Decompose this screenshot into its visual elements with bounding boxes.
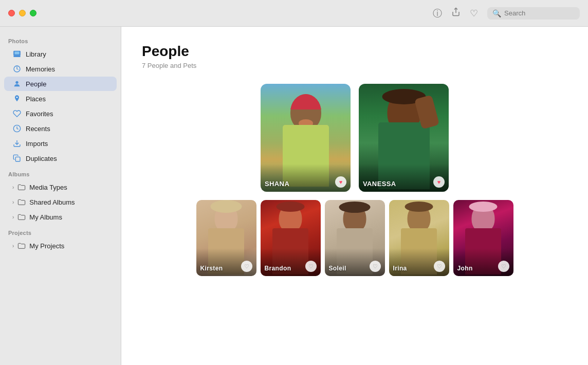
folder-icon (17, 182, 26, 192)
people-grid-large: SHANA ♥ VANESSA ♥ (142, 84, 567, 192)
sidebar-item-places[interactable]: Places (4, 92, 117, 106)
app-body: Photos Library Memories (0, 27, 588, 365)
person-name-bar-brandon: Brandon ♡ (261, 248, 321, 276)
heart-icon[interactable]: ♡ (470, 8, 478, 19)
person-card-john[interactable]: John ♡ (453, 200, 513, 276)
person-name-irina: Irina (393, 265, 407, 272)
my-albums-folder-icon (17, 212, 26, 222)
svg-point-6 (15, 81, 18, 84)
sidebar-item-favorites[interactable]: Favorites (4, 106, 117, 121)
traffic-lights (8, 10, 36, 16)
duplicates-label: Duplicates (26, 155, 108, 162)
person-name-bar-soleil: Soleil ♡ (325, 248, 385, 276)
person-card-soleil[interactable]: Soleil ♡ (325, 200, 385, 276)
sidebar-item-people[interactable]: People (4, 77, 117, 91)
person-name-shana: SHANA (265, 180, 289, 188)
share-icon[interactable] (451, 7, 461, 19)
svg-rect-10 (15, 157, 20, 161)
heart-button-soleil[interactable]: ♡ (370, 261, 381, 272)
person-name-bar-kirsten: Kirsten ♡ (196, 248, 256, 276)
my-projects-folder-icon (17, 241, 26, 250)
library-icon (12, 49, 22, 59)
heart-button-vanessa[interactable]: ♥ (433, 176, 445, 188)
library-label: Library (26, 50, 108, 58)
sidebar-item-imports[interactable]: Imports (4, 136, 117, 151)
memories-icon (12, 64, 22, 74)
minimize-button[interactable] (19, 10, 26, 16)
favorites-label: Favorites (26, 110, 108, 118)
heart-button-irina[interactable]: ♡ (434, 261, 445, 272)
sidebar-item-library[interactable]: Library (4, 47, 117, 61)
shared-albums-label: Shared Albums (29, 198, 108, 206)
places-icon (12, 94, 22, 103)
people-icon (12, 79, 22, 88)
sidebar-item-my-projects[interactable]: › My Projects (4, 239, 117, 253)
svg-point-7 (16, 97, 18, 98)
person-name-kirsten: Kirsten (200, 265, 223, 272)
chevron-icon: › (12, 199, 14, 205)
imports-icon (12, 139, 22, 148)
heart-button-kirsten[interactable]: ♡ (241, 261, 252, 272)
svg-rect-3 (14, 51, 19, 54)
person-card-shana[interactable]: SHANA ♥ (261, 84, 351, 192)
shared-folder-icon (17, 197, 26, 207)
search-input[interactable] (504, 9, 576, 17)
sidebar-item-shared-albums[interactable]: › Shared Albums (4, 195, 117, 209)
person-card-irina[interactable]: Irina ♡ (389, 200, 449, 276)
heart-button-shana[interactable]: ♥ (335, 176, 346, 188)
people-grid-small: Kirsten ♡ Brandon ♡ (142, 200, 567, 276)
sidebar-item-memories[interactable]: Memories (4, 62, 117, 76)
search-bar[interactable]: 🔍 (487, 7, 580, 20)
sidebar-item-duplicates[interactable]: Duplicates (4, 151, 117, 166)
person-name-john: John (457, 265, 473, 272)
recents-icon (12, 124, 22, 133)
person-name-bar-shana: SHANA ♥ (261, 164, 351, 192)
memories-label: Memories (26, 65, 108, 73)
svg-rect-4 (13, 56, 20, 57)
media-types-label: Media Types (29, 184, 108, 191)
heart-button-john[interactable]: ♡ (498, 261, 509, 272)
person-name-soleil: Soleil (329, 265, 346, 272)
person-card-vanessa[interactable]: VANESSA ♥ (359, 84, 449, 192)
page-subtitle: 7 People and Pets (142, 62, 567, 69)
chevron-icon: › (12, 185, 14, 190)
sidebar-item-media-types[interactable]: › Media Types (4, 180, 117, 194)
close-button[interactable] (8, 10, 15, 16)
person-name-bar-john: John ♡ (453, 248, 513, 276)
places-label: Places (26, 95, 108, 103)
people-label: People (26, 80, 108, 88)
page-title: People (142, 43, 567, 60)
info-icon[interactable]: ⓘ (433, 7, 442, 20)
photos-section-label: Photos (0, 33, 121, 46)
sidebar: Photos Library Memories (0, 27, 121, 365)
favorites-icon (12, 109, 22, 118)
person-name-brandon: Brandon (265, 265, 291, 272)
person-name-bar-irina: Irina ♡ (389, 248, 449, 276)
person-card-kirsten[interactable]: Kirsten ♡ (196, 200, 256, 276)
toolbar-right: ⓘ ♡ 🔍 (433, 7, 580, 20)
my-albums-label: My Albums (29, 213, 108, 221)
person-card-brandon[interactable]: Brandon ♡ (261, 200, 321, 276)
sidebar-item-recents[interactable]: Recents (4, 121, 117, 136)
albums-section-label: Albums (0, 166, 121, 179)
sidebar-item-my-albums[interactable]: › My Albums (4, 210, 117, 224)
projects-section-label: Projects (0, 225, 121, 238)
my-projects-label: My Projects (29, 242, 108, 250)
imports-label: Imports (26, 140, 108, 148)
heart-button-brandon[interactable]: ♡ (305, 261, 317, 272)
main-content: People 7 People and Pets SHANA ♥ (121, 27, 588, 365)
person-name-vanessa: VANESSA (363, 180, 396, 188)
chevron-icon: › (12, 214, 14, 220)
recents-label: Recents (26, 125, 108, 133)
duplicates-icon (12, 154, 22, 163)
person-name-bar-vanessa: VANESSA ♥ (359, 164, 449, 192)
chevron-icon: › (12, 243, 14, 249)
titlebar: ⓘ ♡ 🔍 (0, 0, 588, 27)
maximize-button[interactable] (30, 10, 36, 16)
search-icon: 🔍 (492, 9, 501, 17)
